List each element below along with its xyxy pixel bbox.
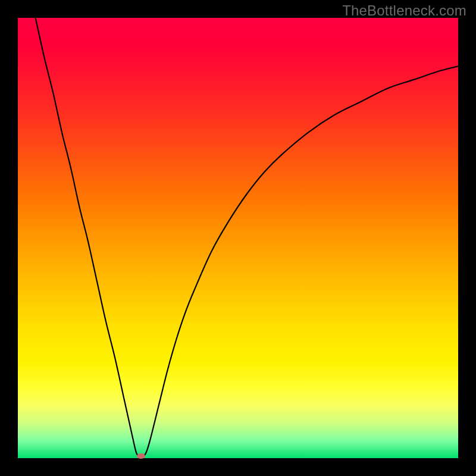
minimum-marker [137, 453, 145, 459]
curve-svg [18, 18, 458, 458]
bottleneck-curve-path [36, 18, 458, 456]
chart-frame: TheBottleneck.com [0, 0, 476, 476]
watermark-text: TheBottleneck.com [342, 2, 466, 19]
plot-gradient-area [18, 18, 458, 458]
